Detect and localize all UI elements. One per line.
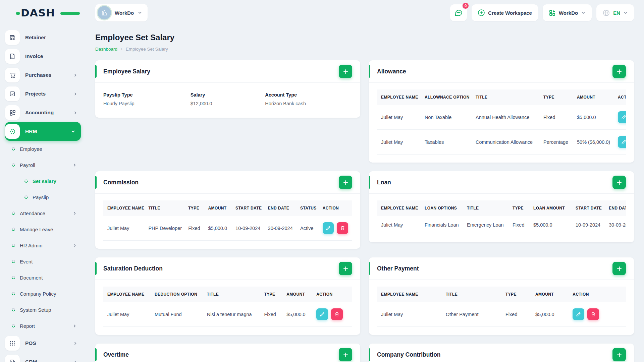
plus-icon bbox=[616, 69, 622, 74]
app-logo[interactable]: DASH bbox=[21, 7, 74, 20]
cell-actions bbox=[312, 302, 352, 327]
pencil-icon bbox=[576, 312, 581, 317]
sidebar-item-invoice[interactable]: Invoice bbox=[5, 47, 81, 66]
plus-circle-icon bbox=[478, 9, 485, 16]
sidebar-item-crm[interactable]: CRM bbox=[5, 353, 81, 362]
topbar-actions: 0 Create Workspace WorkDo EN bbox=[450, 4, 634, 21]
app-menu-button[interactable]: WorkDo bbox=[543, 4, 592, 21]
table-row: Juliet MayTaxablesCommunication Allowanc… bbox=[377, 130, 626, 155]
cell: $5,000.0 bbox=[282, 302, 312, 327]
data-table: EMPLOYEE NAMEDEDUCTION OPTIONTITLETYPEAM… bbox=[103, 287, 352, 327]
plus-icon bbox=[616, 352, 622, 358]
card-title: Employee Salary bbox=[103, 68, 150, 75]
pencil-icon bbox=[320, 312, 325, 317]
plus-icon bbox=[343, 266, 348, 272]
sidebar-item-company-policy[interactable]: Company Policy bbox=[5, 286, 81, 302]
sidebar-item-purchases[interactable]: Purchases bbox=[5, 66, 81, 84]
column-header: END DATE bbox=[605, 200, 626, 216]
language-label: EN bbox=[613, 10, 620, 16]
edit-button[interactable] bbox=[316, 308, 328, 320]
bullet-icon bbox=[11, 163, 16, 167]
delete-button[interactable] bbox=[587, 308, 599, 320]
edit-button[interactable] bbox=[573, 308, 584, 320]
bullet-icon bbox=[24, 179, 29, 183]
edit-button[interactable] bbox=[618, 111, 626, 123]
add-overtime-button[interactable] bbox=[339, 348, 352, 361]
plus-icon bbox=[616, 180, 622, 185]
sidebar-item-hrm[interactable]: HRM bbox=[5, 122, 81, 141]
globe-icon bbox=[602, 9, 610, 17]
edit-button[interactable] bbox=[323, 222, 334, 234]
cell: 10-09-2024 bbox=[572, 216, 605, 234]
cell: Juliet May bbox=[377, 130, 421, 155]
sidebar-item-pos[interactable]: POS bbox=[5, 334, 81, 353]
sidebar-item-event[interactable]: Event bbox=[5, 253, 81, 269]
delete-button[interactable] bbox=[337, 222, 348, 234]
column-header: EMPLOYEE NAME bbox=[103, 287, 151, 302]
sidebar-item-retainer[interactable]: Retainer bbox=[5, 28, 81, 47]
sidebar-item-manage-leave[interactable]: Manage Leave bbox=[5, 221, 81, 237]
plus-icon bbox=[616, 266, 622, 272]
sidebar-item-employee[interactable]: Employee bbox=[5, 141, 81, 157]
pencil-icon bbox=[621, 115, 626, 120]
cell: Other Payment bbox=[442, 302, 501, 327]
add-other-payment-button[interactable] bbox=[612, 262, 626, 275]
edit-button[interactable] bbox=[618, 136, 626, 148]
add-saturation-deduction-button[interactable] bbox=[339, 262, 352, 275]
column-header: TYPE bbox=[184, 200, 204, 216]
chevron-down-icon bbox=[623, 10, 628, 15]
sidebar-item-system-setup[interactable]: System Setup bbox=[5, 302, 81, 318]
sidebar-item-report[interactable]: Report bbox=[5, 318, 81, 334]
page-title: Employee Set Salary bbox=[95, 33, 634, 42]
column-header: ACTION bbox=[569, 287, 626, 302]
sidebar-item-attendance[interactable]: Attendance bbox=[5, 205, 81, 221]
sidebar-item-payslip[interactable]: Payslip bbox=[5, 189, 81, 205]
cell: $5,000.0 bbox=[531, 302, 569, 327]
cell: 10-09-2024 bbox=[231, 216, 264, 241]
table-header-row: EMPLOYEE NAMETITLETYPEAMOUNTACTION bbox=[377, 287, 626, 302]
column-header: START DATE bbox=[572, 200, 605, 216]
cell: Fixed bbox=[184, 216, 204, 241]
add-loan-button[interactable] bbox=[612, 176, 626, 189]
column-header: LOAN OPTIONS bbox=[421, 200, 463, 216]
column-header: DEDUCTION OPTION bbox=[151, 287, 203, 302]
sidebar-item-hr-admin[interactable]: HR Admin bbox=[5, 237, 81, 253]
cell: Communication Allowance bbox=[472, 130, 539, 155]
breadcrumb-dashboard-link[interactable]: Dashboard bbox=[95, 47, 117, 52]
add-commission-button[interactable] bbox=[339, 176, 352, 189]
grid-plus-icon bbox=[5, 105, 20, 120]
workspace-selector[interactable]: WorkDo bbox=[95, 4, 148, 21]
add-employee-salary-button[interactable] bbox=[339, 65, 352, 78]
card-header: Company Contribution bbox=[369, 344, 634, 362]
sidebar-item-projects[interactable]: Projects bbox=[5, 84, 81, 103]
chevron-down-icon bbox=[71, 129, 75, 134]
add-allowance-button[interactable] bbox=[612, 65, 626, 78]
repeat-square-icon bbox=[5, 355, 20, 362]
sidebar-item-document[interactable]: Document bbox=[5, 269, 81, 286]
messages-button[interactable]: 0 bbox=[450, 4, 467, 21]
sidebar-item-payroll[interactable]: Payroll bbox=[5, 157, 81, 173]
building-icon bbox=[101, 9, 108, 16]
cell: Juliet May bbox=[103, 302, 151, 327]
trash-icon bbox=[340, 226, 345, 231]
add-company-contribution-button[interactable] bbox=[612, 348, 626, 361]
language-selector[interactable]: EN bbox=[596, 4, 634, 21]
employee-salary-details: Payslip Type Hourly Payslip Salary $12,0… bbox=[95, 83, 360, 118]
card-title: Company Contribution bbox=[377, 351, 441, 358]
cell: Mutual Fund bbox=[151, 302, 203, 327]
column-header: EMPLOYEE NAME bbox=[377, 89, 421, 105]
delete-button[interactable] bbox=[331, 308, 343, 320]
cell-actions bbox=[319, 216, 352, 241]
cell: Fixed bbox=[260, 302, 282, 327]
sidebar-item-accounting[interactable]: Accounting bbox=[5, 103, 81, 122]
cell-actions bbox=[614, 130, 626, 155]
column-header: AMOUNT bbox=[573, 89, 614, 105]
create-workspace-button[interactable]: Create Workspace bbox=[472, 4, 538, 21]
sidebar-item-set-salary[interactable]: Set salary bbox=[5, 173, 81, 189]
cell-actions bbox=[614, 105, 626, 130]
column-header: EMPLOYEE NAME bbox=[103, 200, 144, 216]
card-title: Commission bbox=[103, 179, 139, 186]
column-header: TITLE bbox=[472, 89, 539, 105]
chevron-right-icon: › bbox=[121, 46, 122, 52]
card-header: Saturation Deduction bbox=[95, 257, 360, 280]
